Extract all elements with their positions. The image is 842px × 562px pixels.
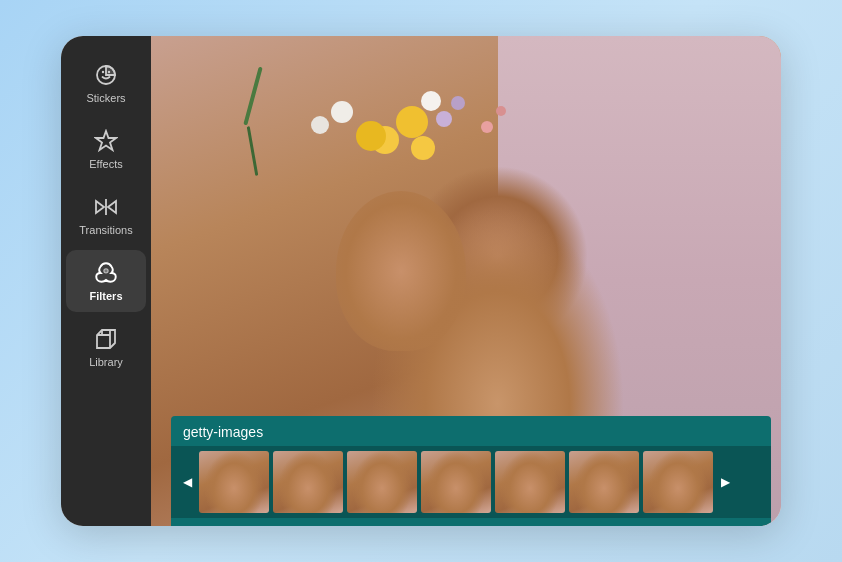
filmstrip-thumb-6[interactable] <box>569 451 639 513</box>
stickers-icon <box>93 62 119 88</box>
sidebar-item-effects[interactable]: Effects <box>66 118 146 180</box>
svg-point-2 <box>108 71 110 73</box>
flower-4 <box>356 121 386 151</box>
filmstrip-thumb-2[interactable] <box>273 451 343 513</box>
flower-8 <box>436 111 452 127</box>
sidebar-item-stickers-label: Stickers <box>86 92 125 104</box>
svg-point-1 <box>102 71 104 73</box>
filmstrip-right-arrow[interactable]: ▶ <box>717 474 733 490</box>
transitions-icon <box>93 194 119 220</box>
flower-10 <box>481 121 493 133</box>
flower-9 <box>451 96 465 110</box>
sidebar-item-transitions-label: Transitions <box>79 224 132 236</box>
filters-icon <box>93 260 119 286</box>
filmstrip-container: getty-images ◀ ▶ <box>171 416 771 526</box>
filmstrip-thumb-3[interactable] <box>347 451 417 513</box>
filmstrip-left-arrow[interactable]: ◀ <box>179 474 195 490</box>
filmstrip-thumb-5[interactable] <box>495 451 565 513</box>
flower-3 <box>411 136 435 160</box>
device-frame: Stickers Effects Transitions <box>61 36 781 526</box>
filmstrip-thumb-7[interactable] <box>643 451 713 513</box>
flower-6 <box>311 116 329 134</box>
sidebar-item-library[interactable]: Library <box>66 316 146 378</box>
effects-icon <box>93 128 119 154</box>
filmstrip-label: getty-images <box>171 416 771 446</box>
flower-7 <box>421 91 441 111</box>
sidebar-item-effects-label: Effects <box>89 158 122 170</box>
library-icon <box>93 326 119 352</box>
sidebar-item-filters-label: Filters <box>89 290 122 302</box>
filmstrip-thumb-1[interactable] <box>199 451 269 513</box>
flower-5 <box>331 101 353 123</box>
flower-11 <box>496 106 506 116</box>
filmstrip-thumb-4[interactable] <box>421 451 491 513</box>
flower-crown <box>251 66 531 226</box>
sidebar: Stickers Effects Transitions <box>61 36 151 526</box>
main-content: getty-images ◀ ▶ <box>151 36 781 526</box>
sidebar-item-transitions[interactable]: Transitions <box>66 184 146 246</box>
sidebar-item-library-label: Library <box>89 356 123 368</box>
sidebar-item-filters[interactable]: Filters <box>66 250 146 312</box>
sidebar-item-stickers[interactable]: Stickers <box>66 52 146 114</box>
filmstrip-track: ◀ ▶ <box>171 446 771 518</box>
svg-point-4 <box>104 269 108 273</box>
flower-2 <box>396 106 428 138</box>
